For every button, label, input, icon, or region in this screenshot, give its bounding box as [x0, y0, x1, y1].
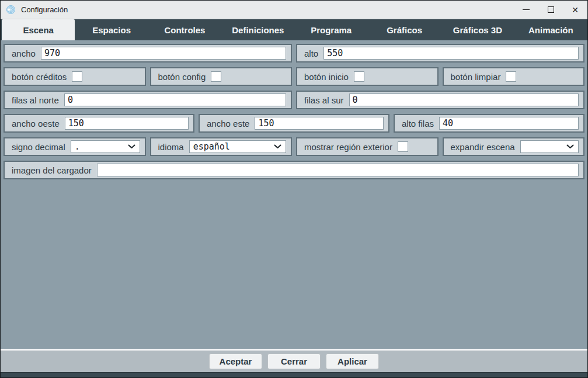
tab-graficos[interactable]: Gráficos	[368, 19, 441, 40]
close-icon: ✕	[572, 6, 579, 14]
ancho-oeste-label: ancho oeste	[12, 119, 60, 129]
ancho-este-input[interactable]	[255, 117, 384, 130]
window-controls: ✕	[514, 1, 587, 19]
field-ancho-oeste: ancho oeste	[4, 114, 194, 133]
scene-config-panel: ancho alto botón créditos botón config b…	[1, 40, 587, 349]
field-ancho-este: ancho este	[199, 114, 389, 133]
row-anchos: ancho oeste ancho este alto filas	[4, 114, 584, 133]
filas-al-sur-input[interactable]	[349, 93, 579, 106]
maximize-icon	[548, 6, 554, 13]
imagen-del-cargador-input[interactable]	[97, 164, 579, 176]
ancho-este-label: ancho este	[207, 119, 249, 129]
boton-creditos-checkbox[interactable]	[72, 71, 82, 82]
field-filas-al-norte: filas al norte	[4, 91, 292, 109]
row-options: signo decimal . idioma español mostrar r…	[4, 137, 584, 156]
row-filas: filas al norte filas al sur	[4, 91, 584, 109]
field-idioma: idioma español	[150, 137, 293, 156]
alto-input[interactable]	[323, 47, 579, 60]
idioma-select[interactable]: español	[189, 140, 286, 153]
tab-controles[interactable]: Controles	[148, 19, 221, 40]
signo-decimal-label: signo decimal	[12, 142, 65, 152]
boton-inicio-label: botón inicio	[304, 72, 349, 82]
alto-filas-label: alto filas	[402, 119, 434, 129]
tab-escena[interactable]: Escena	[2, 19, 75, 40]
boton-inicio-checkbox[interactable]	[354, 71, 364, 82]
expandir-escena-select[interactable]	[520, 140, 579, 153]
signo-decimal-value: .	[75, 141, 128, 152]
signo-decimal-select[interactable]: .	[71, 140, 140, 153]
field-ancho: ancho	[4, 44, 292, 63]
bottom-accent-bar	[1, 372, 587, 377]
tab-graficos-3d[interactable]: Gráficos 3D	[441, 19, 514, 40]
row-buttons: botón créditos botón config botón inicio…	[4, 67, 584, 86]
minimize-icon	[523, 9, 530, 10]
field-boton-inicio: botón inicio	[296, 67, 439, 86]
chevron-down-icon	[128, 144, 135, 149]
tab-espacios[interactable]: Espacios	[75, 19, 148, 40]
filas-al-norte-label: filas al norte	[12, 95, 59, 105]
mostrar-region-exterior-checkbox[interactable]	[398, 141, 408, 152]
aplicar-button[interactable]: Aplicar	[326, 353, 379, 369]
window-title: Configuración	[21, 5, 514, 14]
aceptar-button[interactable]: Aceptar	[209, 353, 262, 369]
tab-programa[interactable]: Programa	[295, 19, 368, 40]
expandir-escena-label: expandir escena	[451, 142, 515, 152]
field-filas-al-sur: filas al sur	[296, 91, 584, 109]
configuration-dialog: Configuración ✕ Escena Espacios Controle…	[0, 0, 588, 378]
field-boton-config: botón config	[150, 67, 293, 86]
tab-definiciones[interactable]: Definiciones	[221, 19, 294, 40]
boton-config-label: botón config	[158, 72, 206, 82]
alto-filas-input[interactable]	[439, 117, 579, 130]
chevron-down-icon	[274, 144, 281, 149]
cerrar-button[interactable]: Cerrar	[267, 353, 321, 369]
filas-al-norte-input[interactable]	[64, 93, 286, 106]
tab-bar: Escena Espacios Controles Definiciones P…	[1, 19, 587, 40]
boton-limpiar-label: botón limpiar	[451, 72, 501, 82]
ancho-input[interactable]	[41, 47, 286, 60]
chevron-down-icon	[566, 144, 574, 149]
title-bar: Configuración ✕	[1, 1, 587, 19]
field-alto-filas: alto filas	[394, 114, 584, 133]
field-alto: alto	[296, 44, 584, 63]
ancho-oeste-input[interactable]	[65, 117, 189, 130]
field-signo-decimal: signo decimal .	[4, 137, 146, 156]
mostrar-region-exterior-label: mostrar región exterior	[304, 142, 392, 152]
imagen-del-cargador-label: imagen del cargador	[12, 165, 92, 175]
minimize-button[interactable]	[514, 1, 538, 19]
boton-config-checkbox[interactable]	[211, 71, 221, 82]
boton-creditos-label: botón créditos	[12, 72, 67, 82]
filas-al-sur-label: filas al sur	[304, 95, 344, 105]
tab-animacion[interactable]: Animación	[514, 19, 587, 40]
idioma-value: español	[193, 141, 274, 152]
field-mostrar-region-exterior: mostrar región exterior	[296, 137, 439, 156]
maximize-button[interactable]	[538, 1, 563, 19]
field-boton-limpiar: botón limpiar	[443, 67, 585, 86]
app-logo-icon	[6, 5, 16, 15]
boton-limpiar-checkbox[interactable]	[506, 71, 516, 82]
ancho-label: ancho	[12, 48, 36, 58]
field-boton-creditos: botón créditos	[4, 67, 146, 86]
footer-bar: Aceptar Cerrar Aplicar	[1, 349, 587, 372]
close-button[interactable]: ✕	[563, 1, 587, 19]
alto-label: alto	[304, 48, 318, 58]
row-imagen-cargador: imagen del cargador	[4, 161, 584, 179]
row-dimensions: ancho alto	[4, 44, 584, 63]
idioma-label: idioma	[158, 142, 184, 152]
field-imagen-del-cargador: imagen del cargador	[4, 161, 584, 179]
field-expandir-escena: expandir escena	[443, 137, 585, 156]
